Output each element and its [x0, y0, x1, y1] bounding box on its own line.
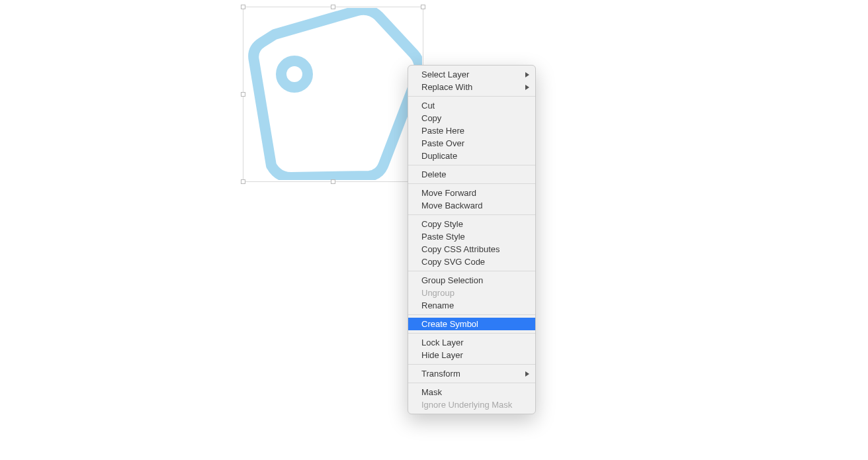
menu-item-label: Move Backward	[421, 201, 482, 210]
menu-item-label: Lock Layer	[421, 338, 464, 347]
menu-item-move-forward[interactable]: Move Forward	[408, 187, 535, 199]
menu-item-label: Copy SVG Code	[421, 257, 485, 267]
menu-item-transform[interactable]: Transform	[408, 367, 535, 380]
menu-item-copy-css-attributes[interactable]: Copy CSS Attributes	[408, 243, 535, 255]
menu-item-label: Duplicate	[421, 151, 457, 161]
menu-item-ignore-underlying-mask: Ignore Underlying Mask	[408, 398, 535, 411]
menu-item-lock-layer[interactable]: Lock Layer	[408, 336, 535, 349]
menu-item-ungroup: Ungroup	[408, 287, 535, 299]
context-menu: Select LayerReplace WithCutCopyPaste Her…	[408, 65, 536, 414]
menu-item-group-selection[interactable]: Group Selection	[408, 274, 535, 287]
menu-item-cut[interactable]: Cut	[408, 99, 535, 112]
submenu-arrow-icon	[525, 72, 529, 77]
menu-separator	[408, 214, 535, 215]
menu-item-label: Paste Here	[421, 126, 464, 136]
menu-item-label: Hide Layer	[421, 350, 463, 360]
resize-handle-top-middle[interactable]	[331, 5, 335, 9]
menu-item-replace-with[interactable]: Replace With	[408, 81, 535, 93]
menu-item-label: Mask	[421, 387, 442, 397]
menu-separator	[408, 271, 535, 271]
menu-separator	[408, 333, 535, 334]
menu-separator	[408, 383, 535, 383]
menu-item-move-backward[interactable]: Move Backward	[408, 199, 535, 212]
menu-item-paste-over[interactable]: Paste Over	[408, 137, 535, 150]
submenu-arrow-icon	[525, 85, 529, 90]
resize-handle-top-right[interactable]	[421, 5, 425, 9]
menu-item-label: Paste Over	[421, 138, 464, 148]
menu-item-rename[interactable]: Rename	[408, 299, 535, 312]
menu-item-mask[interactable]: Mask	[408, 386, 535, 398]
menu-item-label: Ignore Underlying Mask	[421, 400, 512, 410]
menu-item-label: Create Symbol	[421, 319, 478, 329]
resize-handle-middle-left[interactable]	[241, 92, 245, 97]
resize-handle-top-left[interactable]	[241, 5, 245, 9]
menu-separator	[408, 364, 535, 365]
menu-item-delete[interactable]: Delete	[408, 168, 535, 181]
menu-item-label: Delete	[421, 169, 447, 179]
menu-item-copy-style[interactable]: Copy Style	[408, 218, 535, 230]
resize-handle-bottom-left[interactable]	[241, 179, 245, 184]
submenu-arrow-icon	[525, 371, 529, 377]
menu-separator	[408, 96, 535, 97]
menu-item-create-symbol[interactable]: Create Symbol	[408, 318, 535, 330]
menu-item-copy[interactable]: Copy	[408, 112, 535, 124]
menu-item-select-layer[interactable]: Select Layer	[408, 68, 535, 81]
menu-item-label: Copy	[421, 113, 441, 123]
menu-item-copy-svg-code[interactable]: Copy SVG Code	[408, 255, 535, 268]
menu-item-label: Select Layer	[421, 69, 469, 79]
menu-item-label: Group Selection	[421, 275, 483, 285]
menu-item-label: Rename	[421, 300, 454, 310]
menu-item-label: Copy CSS Attributes	[421, 244, 500, 254]
menu-item-label: Replace With	[421, 82, 472, 92]
resize-handle-bottom-middle[interactable]	[331, 179, 335, 184]
menu-item-paste-here[interactable]: Paste Here	[408, 124, 535, 137]
menu-separator	[408, 165, 535, 165]
menu-item-label: Move Forward	[421, 188, 476, 198]
menu-item-paste-style[interactable]: Paste Style	[408, 230, 535, 243]
menu-item-label: Transform	[421, 369, 460, 379]
menu-item-duplicate[interactable]: Duplicate	[408, 150, 535, 162]
menu-item-label: Ungroup	[421, 288, 455, 298]
selection-bounding-box[interactable]	[243, 7, 423, 182]
menu-separator	[408, 183, 535, 184]
menu-item-label: Cut	[421, 101, 435, 111]
menu-separator	[408, 314, 535, 315]
menu-item-label: Copy Style	[421, 219, 463, 229]
menu-item-hide-layer[interactable]: Hide Layer	[408, 349, 535, 361]
menu-item-label: Paste Style	[421, 232, 465, 242]
